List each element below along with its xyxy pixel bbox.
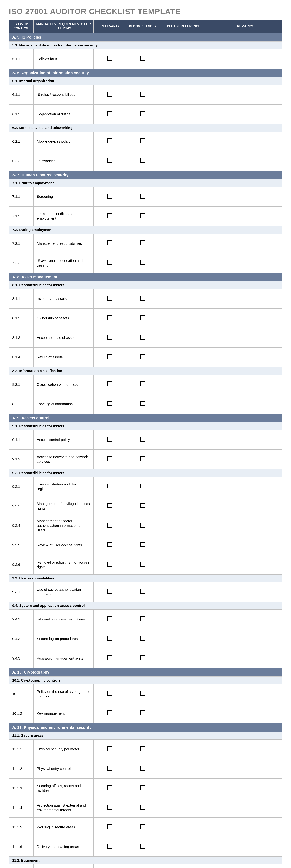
reference-cell[interactable] <box>159 684 208 704</box>
remarks-cell[interactable] <box>208 253 282 273</box>
remarks-cell[interactable] <box>208 206 282 226</box>
compliance-checkbox[interactable] <box>140 381 145 386</box>
relevant-checkbox[interactable] <box>108 785 113 790</box>
reference-cell[interactable] <box>159 535 208 555</box>
reference-cell[interactable] <box>159 610 208 629</box>
remarks-cell[interactable] <box>208 151 282 171</box>
relevant-checkbox[interactable] <box>108 562 113 566</box>
compliance-checkbox[interactable] <box>140 315 145 320</box>
remarks-cell[interactable] <box>208 555 282 575</box>
remarks-cell[interactable] <box>208 535 282 555</box>
compliance-checkbox[interactable] <box>140 56 145 61</box>
remarks-cell[interactable] <box>208 430 282 450</box>
relevant-checkbox[interactable] <box>108 92 113 96</box>
relevant-checkbox[interactable] <box>108 655 113 660</box>
relevant-checkbox[interactable] <box>108 335 113 340</box>
compliance-checkbox[interactable] <box>140 616 145 621</box>
reference-cell[interactable] <box>159 582 208 602</box>
compliance-checkbox[interactable] <box>140 844 145 849</box>
relevant-checkbox[interactable] <box>108 542 113 547</box>
relevant-checkbox[interactable] <box>108 213 113 218</box>
relevant-checkbox[interactable] <box>108 844 113 849</box>
reference-cell[interactable] <box>159 430 208 450</box>
reference-cell[interactable] <box>159 450 208 469</box>
reference-cell[interactable] <box>159 555 208 575</box>
compliance-checkbox[interactable] <box>140 241 145 245</box>
compliance-checkbox[interactable] <box>140 158 145 163</box>
relevant-checkbox[interactable] <box>108 503 113 508</box>
remarks-cell[interactable] <box>208 684 282 704</box>
remarks-cell[interactable] <box>208 49 282 69</box>
reference-cell[interactable] <box>159 704 208 723</box>
remarks-cell[interactable] <box>208 496 282 516</box>
remarks-cell[interactable] <box>208 234 282 253</box>
compliance-checkbox[interactable] <box>140 746 145 751</box>
relevant-checkbox[interactable] <box>108 296 113 301</box>
compliance-checkbox[interactable] <box>140 111 145 116</box>
reference-cell[interactable] <box>159 629 208 649</box>
reference-cell[interactable] <box>159 516 208 535</box>
remarks-cell[interactable] <box>208 610 282 629</box>
reference-cell[interactable] <box>159 289 208 308</box>
compliance-checkbox[interactable] <box>140 710 145 715</box>
compliance-checkbox[interactable] <box>140 766 145 771</box>
reference-cell[interactable] <box>159 253 208 273</box>
remarks-cell[interactable] <box>208 289 282 308</box>
relevant-checkbox[interactable] <box>108 616 113 621</box>
reference-cell[interactable] <box>159 104 208 124</box>
reference-cell[interactable] <box>159 375 208 394</box>
remarks-cell[interactable] <box>208 798 282 817</box>
remarks-cell[interactable] <box>208 582 282 602</box>
remarks-cell[interactable] <box>208 308 282 328</box>
relevant-checkbox[interactable] <box>108 589 113 594</box>
remarks-cell[interactable] <box>208 516 282 535</box>
compliance-checkbox[interactable] <box>140 260 145 265</box>
remarks-cell[interactable] <box>208 104 282 124</box>
relevant-checkbox[interactable] <box>108 111 113 116</box>
compliance-checkbox[interactable] <box>140 354 145 359</box>
compliance-checkbox[interactable] <box>140 296 145 301</box>
reference-cell[interactable] <box>159 837 208 857</box>
compliance-checkbox[interactable] <box>140 562 145 566</box>
compliance-checkbox[interactable] <box>140 92 145 96</box>
relevant-checkbox[interactable] <box>108 636 113 641</box>
relevant-checkbox[interactable] <box>108 484 113 489</box>
relevant-checkbox[interactable] <box>108 691 113 696</box>
reference-cell[interactable] <box>159 739 208 759</box>
relevant-checkbox[interactable] <box>108 158 113 163</box>
relevant-checkbox[interactable] <box>108 56 113 61</box>
compliance-checkbox[interactable] <box>140 503 145 508</box>
remarks-cell[interactable] <box>208 85 282 104</box>
compliance-checkbox[interactable] <box>140 824 145 829</box>
remarks-cell[interactable] <box>208 649 282 668</box>
reference-cell[interactable] <box>159 132 208 151</box>
reference-cell[interactable] <box>159 477 208 496</box>
relevant-checkbox[interactable] <box>108 710 113 715</box>
reference-cell[interactable] <box>159 206 208 226</box>
relevant-checkbox[interactable] <box>108 766 113 771</box>
relevant-checkbox[interactable] <box>108 193 113 198</box>
remarks-cell[interactable] <box>208 759 282 778</box>
relevant-checkbox[interactable] <box>108 437 113 442</box>
reference-cell[interactable] <box>159 187 208 206</box>
reference-cell[interactable] <box>159 234 208 253</box>
relevant-checkbox[interactable] <box>108 401 113 406</box>
compliance-checkbox[interactable] <box>140 636 145 641</box>
reference-cell[interactable] <box>159 649 208 668</box>
relevant-checkbox[interactable] <box>108 805 113 810</box>
relevant-checkbox[interactable] <box>108 746 113 751</box>
relevant-checkbox[interactable] <box>108 523 113 528</box>
reference-cell[interactable] <box>159 496 208 516</box>
remarks-cell[interactable] <box>208 778 282 798</box>
compliance-checkbox[interactable] <box>140 213 145 218</box>
relevant-checkbox[interactable] <box>108 381 113 386</box>
compliance-checkbox[interactable] <box>140 437 145 442</box>
relevant-checkbox[interactable] <box>108 354 113 359</box>
remarks-cell[interactable] <box>208 375 282 394</box>
compliance-checkbox[interactable] <box>140 785 145 790</box>
reference-cell[interactable] <box>159 49 208 69</box>
remarks-cell[interactable] <box>208 328 282 347</box>
compliance-checkbox[interactable] <box>140 542 145 547</box>
remarks-cell[interactable] <box>208 394 282 414</box>
compliance-checkbox[interactable] <box>140 805 145 810</box>
